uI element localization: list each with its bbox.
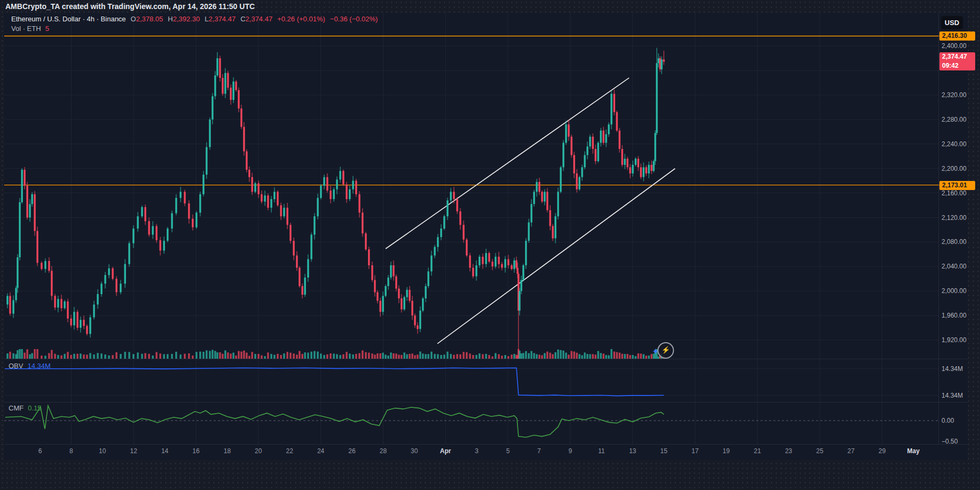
time-axis-label[interactable]: 6 xyxy=(29,447,51,455)
price-axis-label[interactable]: 2,000.00 xyxy=(942,287,979,295)
obv-line xyxy=(5,368,664,396)
cmf-value: 0.15 xyxy=(28,404,41,412)
time-axis-label[interactable]: 18 xyxy=(216,447,238,455)
time-axis-label[interactable]: 20 xyxy=(248,447,269,455)
watermark-text: AMBCrypto_TA created with TradingView.co… xyxy=(0,0,980,13)
close-value: 2,374.47 xyxy=(246,15,273,23)
time-axis-label[interactable]: 14 xyxy=(154,447,176,455)
time-axis-label[interactable]: 24 xyxy=(310,447,332,455)
time-axis-label[interactable]: 13 xyxy=(622,447,644,455)
time-axis-label[interactable]: 23 xyxy=(778,447,799,455)
price-axis-label[interactable]: 2,120.00 xyxy=(942,214,979,222)
obv-name: OBV xyxy=(9,362,23,370)
time-axis-label[interactable]: 27 xyxy=(840,447,861,455)
volume-legend[interactable]: Vol · ETH5 xyxy=(11,25,49,33)
time-axis-label[interactable]: 15 xyxy=(653,447,675,455)
obv-indicator-legend[interactable]: OBV14.34M xyxy=(9,362,51,370)
price-axis-label[interactable]: 2,040.00 xyxy=(942,263,979,270)
volume-value: 5 xyxy=(45,25,49,33)
channel-upper-line[interactable] xyxy=(386,78,629,249)
cmf-axis-label[interactable]: −0.50 xyxy=(942,438,979,445)
time-axis-label[interactable]: 8 xyxy=(60,447,82,455)
change-value: +0.26 (+0.01%) xyxy=(277,15,325,23)
high-value: 2,392.30 xyxy=(173,15,200,23)
high-label: H xyxy=(168,15,173,23)
time-axis-label[interactable]: 17 xyxy=(684,447,705,455)
tradingview-screenshot: AMBCrypto_TA created with TradingView.co… xyxy=(0,0,980,490)
grid-lines xyxy=(4,13,938,444)
time-axis-label[interactable]: 19 xyxy=(716,447,737,455)
lightning-bolt-icon[interactable]: ⚡ xyxy=(657,342,674,359)
time-axis-label[interactable]: May xyxy=(903,447,924,455)
low-value: 2,374.47 xyxy=(209,15,236,23)
time-axis-label[interactable]: 28 xyxy=(372,447,394,455)
price-axis-label[interactable]: 1,960.00 xyxy=(942,312,979,319)
symbol-title: Ethereum / U.S. Dollar · 4h · Binance xyxy=(11,15,126,23)
time-axis-label[interactable]: 5 xyxy=(497,447,519,455)
time-axis-label[interactable]: 11 xyxy=(591,447,612,455)
trend-channel xyxy=(386,78,675,344)
last-price-badge[interactable]: 2,374.47 09:42 xyxy=(939,52,975,70)
open-label: O xyxy=(131,15,136,23)
volume-series xyxy=(6,349,664,359)
price-axis-label[interactable]: 2,160.00 xyxy=(942,189,979,197)
price-axis-label[interactable]: 2,400.00 xyxy=(942,42,979,50)
bar-countdown: 09:42 xyxy=(942,61,975,70)
horizontal-price-lines xyxy=(4,36,968,185)
volume-label: Vol · ETH xyxy=(11,25,41,33)
bottom-toolbar: TradingView xyxy=(0,460,980,490)
obv-value: 14.34M xyxy=(27,362,50,370)
time-axis-label[interactable]: 16 xyxy=(185,447,207,455)
channel-lower-line[interactable] xyxy=(437,169,675,344)
cmf-name: CMF xyxy=(9,404,23,412)
time-axis-label[interactable]: 22 xyxy=(279,447,300,455)
time-axis-label[interactable]: 29 xyxy=(872,447,893,455)
time-axis-label[interactable]: 26 xyxy=(341,447,363,455)
time-axis-label[interactable]: 30 xyxy=(404,447,425,455)
cmf-axis-label[interactable]: 0.00 xyxy=(942,417,979,424)
time-axis-label[interactable]: 9 xyxy=(560,447,581,455)
time-axis-label[interactable]: 21 xyxy=(747,447,768,455)
symbol-legend[interactable]: Ethereum / U.S. Dollar · 4h · BinanceO2,… xyxy=(11,15,378,23)
close-label: C xyxy=(240,15,245,23)
candlestick-series xyxy=(6,48,664,357)
hline-price-badge-mid[interactable]: 2,173.01 xyxy=(939,181,975,190)
open-value: 2,378.05 xyxy=(136,15,163,23)
price-axis-label[interactable]: 2,200.00 xyxy=(942,165,979,172)
price-axis-label[interactable]: 2,240.00 xyxy=(942,140,979,148)
time-axis-label[interactable]: Apr xyxy=(435,447,456,455)
obv-axis-label[interactable]: 14.34M xyxy=(942,392,979,399)
time-axis-label[interactable]: 10 xyxy=(92,447,113,455)
time-axis-label[interactable]: 12 xyxy=(123,447,144,455)
bar-change-value: −0.36 (−0.02%) xyxy=(330,15,378,23)
cmf-line xyxy=(4,406,938,437)
low-label: L xyxy=(205,15,208,23)
price-axis-label[interactable]: 1,920.00 xyxy=(942,336,979,344)
currency-usd-button[interactable]: USD xyxy=(941,16,963,29)
obv-axis-label[interactable]: 14.34M xyxy=(942,365,979,373)
cmf-indicator-legend[interactable]: CMF0.15 xyxy=(9,404,41,412)
chart-canvas xyxy=(0,0,980,490)
last-price-value: 2,374.47 xyxy=(942,52,975,61)
price-axis-label[interactable]: 2,080.00 xyxy=(942,238,979,246)
hline-price-badge-top[interactable]: 2,416.30 xyxy=(939,31,975,41)
time-axis-label[interactable]: 7 xyxy=(528,447,550,455)
time-axis-label[interactable]: 3 xyxy=(466,447,488,455)
time-axis-label[interactable]: 25 xyxy=(809,447,830,455)
price-axis-label[interactable]: 2,280.00 xyxy=(942,116,979,123)
price-axis-label[interactable]: 2,320.00 xyxy=(942,91,979,99)
